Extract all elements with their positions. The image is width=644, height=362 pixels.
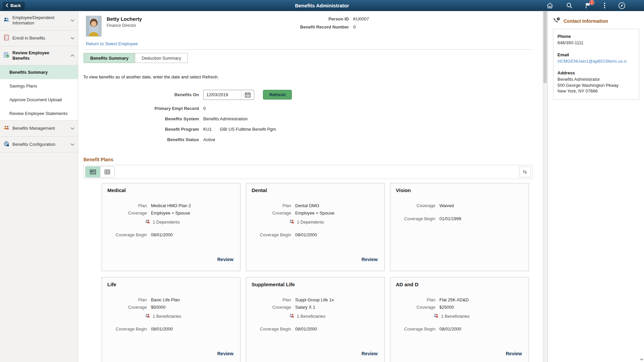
review-link[interactable]: Review xyxy=(362,257,378,262)
sidebar-item-benefits-summary[interactable]: Benefits Summary xyxy=(0,65,78,79)
review-employee-benefits-submenu: Benefits Summary Savings Plans Approve D… xyxy=(0,65,78,121)
benefits-on-row: Benefits On Refresh xyxy=(83,89,533,100)
left-nav: Employee/Dependent Information Enroll in… xyxy=(0,11,78,362)
benefits-status-value: Active xyxy=(203,137,215,142)
person-id-value: KU0007 xyxy=(353,16,369,21)
dependents-count: 1 Dependents xyxy=(153,220,180,225)
plan-label: Plan xyxy=(252,203,291,208)
card-view-icon[interactable] xyxy=(86,167,100,177)
primary-empl-record-label: Primary Empl Record xyxy=(83,106,199,111)
sidebar-item-approve-document-upload[interactable]: Approve Document Upload xyxy=(0,93,78,107)
grid-view-icon[interactable] xyxy=(100,167,114,177)
dependents-link[interactable]: 1 Dependents xyxy=(289,219,379,225)
benefit-card-title: AD and D xyxy=(396,282,523,287)
sidebar-item-enroll-in-benefits[interactable]: Enroll in Benefits xyxy=(0,31,78,46)
contact-address-group: Address Benefits Administrator 500 Georg… xyxy=(557,70,635,94)
benefit-card-life: Life PlanBasic Life Plan Coverage$50000 … xyxy=(102,277,240,362)
plan-label: Plan xyxy=(107,203,147,208)
dependents-link[interactable]: 1 Dependents xyxy=(145,219,235,225)
summary-fields: Primary Empl Record 0 Benefits System Be… xyxy=(83,103,533,145)
dependents-people-icon xyxy=(145,219,150,225)
coverage-begin-label: Coverage Begin xyxy=(107,232,147,237)
summary-tabs: Benefits Summary Deduction Summary xyxy=(84,53,533,63)
plan-label: Plan xyxy=(252,297,291,302)
plan-value: Suppl Group Life 1x xyxy=(295,297,334,302)
field-row: Benefit Program KU1 GBI US Fulltime Bene… xyxy=(83,124,533,134)
benefits-management-icon xyxy=(3,125,9,132)
contact-information-title: Contact Information xyxy=(564,18,608,24)
sidebar-item-review-employee-statements[interactable]: Review Employee Statements xyxy=(0,107,78,120)
notifications-flag-icon[interactable]: 2 xyxy=(585,2,591,9)
coverage-begin-value: 08/01/2000 xyxy=(151,326,173,331)
sort-icon[interactable] xyxy=(519,167,531,177)
dependents-count: 1 Dependents xyxy=(297,220,324,225)
main-scrollbar-thumb[interactable] xyxy=(543,11,547,83)
coverage-begin-label: Coverage Begin xyxy=(252,326,291,331)
benefit-plans-toolbar xyxy=(83,165,533,179)
coverage-begin-label: Coverage Begin xyxy=(396,216,435,221)
return-to-select-employee-link[interactable]: Return to Select Employee xyxy=(86,41,138,46)
contact-information-box: Phone 646/350-1111 Email HCMGENUser1@ap6… xyxy=(553,29,639,100)
benefit-program-description: GBI US Fulltime Benefit Pgm xyxy=(220,127,276,132)
benefit-record-label: Benefit Record Number xyxy=(241,24,349,29)
review-link[interactable]: Review xyxy=(217,257,233,262)
benefits-on-field xyxy=(203,90,254,100)
home-icon[interactable] xyxy=(546,2,553,9)
field-row: Primary Empl Record 0 xyxy=(83,103,533,114)
coverage-value: Employee + Spouse xyxy=(295,210,334,216)
header-divider xyxy=(83,49,533,50)
benefits-status-label: Benefits Status xyxy=(83,137,199,142)
employee-ids: Person ID KU0007 Benefit Record Number 0 xyxy=(241,16,369,33)
sidebar-item-label: Employee/Dependent Information xyxy=(12,15,67,26)
sidebar-item-review-employee-benefits[interactable]: Review Employee Benefits xyxy=(0,46,78,66)
beneficiaries-link[interactable]: 1 Beneficiaries xyxy=(433,313,523,319)
coverage-begin-value: 08/01/2000 xyxy=(151,232,173,237)
beneficiaries-link[interactable]: 1 Beneficiaries xyxy=(145,313,235,319)
review-link[interactable]: Review xyxy=(506,351,522,356)
plan-value: Flat 25K AD&D xyxy=(439,297,469,302)
review-link[interactable]: Review xyxy=(362,351,378,356)
sidebar-item-benefits-management[interactable]: Benefits Management xyxy=(0,121,78,136)
sidebar-item-employee-dependent-information[interactable]: Employee/Dependent Information xyxy=(0,11,78,31)
benefit-card-ad-and-d: AD and D PlanFlat 25K AD&D Coverage$2500… xyxy=(390,277,529,362)
view-toggle-group xyxy=(85,166,115,178)
benefit-card-title: Life xyxy=(107,282,235,287)
email-value[interactable]: HCMGENUser1@ap6023fems.us.o xyxy=(557,58,635,64)
contact-information-panel: Contact Information Phone 646/350-1111 E… xyxy=(547,11,644,362)
tab-benefits-summary[interactable]: Benefits Summary xyxy=(84,53,135,63)
scroll-down-arrow-icon[interactable] xyxy=(640,357,644,361)
sidebar-item-label: Benefits Configuration xyxy=(12,142,67,147)
search-icon[interactable] xyxy=(566,2,573,9)
dependents-people-icon xyxy=(289,313,294,319)
benefits-on-input[interactable] xyxy=(204,90,241,99)
back-button[interactable]: Back xyxy=(3,2,25,10)
beneficiaries-count: 1 Beneficiaries xyxy=(441,314,470,319)
review-link[interactable]: Review xyxy=(217,351,233,356)
more-actions-icon[interactable] xyxy=(604,2,605,9)
navbar-compass-icon[interactable] xyxy=(618,2,626,9)
calendar-icon[interactable] xyxy=(241,90,254,100)
coverage-label: Coverage xyxy=(252,305,291,310)
coverage-value: Waived xyxy=(439,203,454,208)
contact-information-header: Contact Information xyxy=(553,17,639,25)
top-bar: Back Benefits Administrator 2 xyxy=(0,0,644,11)
dependents-people-icon xyxy=(433,313,439,319)
topbar-icons: 2 xyxy=(546,2,626,9)
beneficiaries-link[interactable]: 1 Beneficiaries xyxy=(289,313,379,319)
main-scrollbar[interactable] xyxy=(543,11,547,362)
chevron-left-icon xyxy=(6,3,8,7)
employee-photo xyxy=(86,16,102,37)
refresh-button[interactable]: Refresh xyxy=(263,90,292,100)
tab-deduction-summary[interactable]: Deduction Summary xyxy=(135,53,188,63)
phone-value: 646/350-1111 xyxy=(557,40,635,46)
benefit-plan-cards: Medical PlanMedical HMO Plan 2 CoverageE… xyxy=(102,183,529,362)
benefits-on-label: Benefits On xyxy=(83,92,199,97)
coverage-begin-value: 08/01/2000 xyxy=(439,326,461,331)
sidebar-item-savings-plans[interactable]: Savings Plans xyxy=(0,79,78,93)
coverage-label: Coverage xyxy=(107,210,147,216)
coverage-label: Coverage xyxy=(107,305,147,310)
coverage-label: Coverage xyxy=(252,210,291,216)
address-line-1: Benefits Administrator xyxy=(557,76,635,82)
chevron-up-icon xyxy=(70,54,74,57)
sidebar-item-benefits-configuration[interactable]: Benefits Configuration xyxy=(0,137,78,153)
